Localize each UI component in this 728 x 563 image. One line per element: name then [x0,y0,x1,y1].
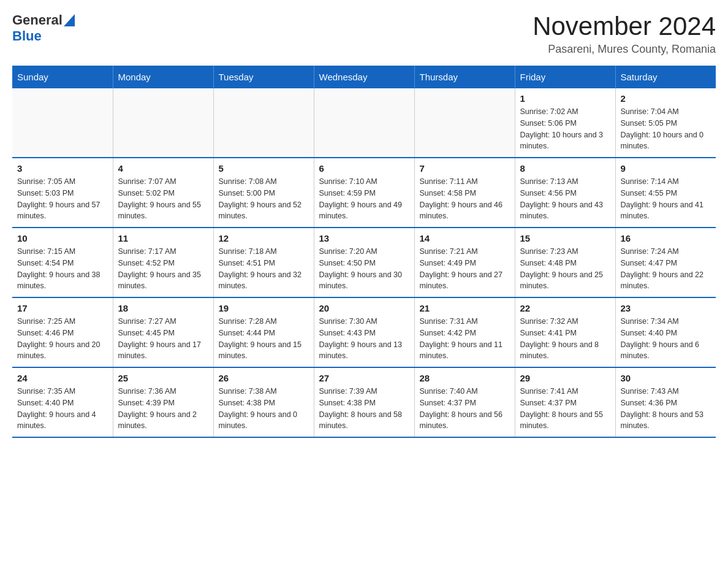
day-info: Sunrise: 7:32 AMSunset: 4:41 PMDaylight:… [520,316,610,362]
day-number: 28 [420,373,510,383]
calendar-cell: 17Sunrise: 7:25 AMSunset: 4:46 PMDayligh… [12,297,113,367]
day-info: Sunrise: 7:07 AMSunset: 5:02 PMDaylight:… [118,176,208,222]
title-block: November 2024 Pasareni, Mures County, Ro… [533,12,716,56]
day-info: Sunrise: 7:05 AMSunset: 5:03 PMDaylight:… [17,176,108,222]
calendar-cell: 10Sunrise: 7:15 AMSunset: 4:54 PMDayligh… [12,228,113,297]
day-info: Sunrise: 7:31 AMSunset: 4:42 PMDaylight:… [420,316,510,362]
day-info: Sunrise: 7:17 AMSunset: 4:52 PMDaylight:… [118,246,208,292]
header-row: SundayMondayTuesdayWednesdayThursdayFrid… [12,66,716,88]
day-number: 18 [118,303,208,313]
calendar-cell: 4Sunrise: 7:07 AMSunset: 5:02 PMDaylight… [113,158,213,228]
calendar-cell: 8Sunrise: 7:13 AMSunset: 4:56 PMDaylight… [515,158,615,228]
calendar-cell: 14Sunrise: 7:21 AMSunset: 4:49 PMDayligh… [414,228,515,297]
day-info: Sunrise: 7:38 AMSunset: 4:38 PMDaylight:… [219,386,309,432]
calendar-cell: 12Sunrise: 7:18 AMSunset: 4:51 PMDayligh… [213,228,314,297]
day-number: 1 [520,93,610,104]
logo-triangle-icon [64,14,75,26]
day-number: 29 [520,373,610,383]
day-number: 8 [520,163,610,174]
calendar-cell: 15Sunrise: 7:23 AMSunset: 4:48 PMDayligh… [515,228,615,297]
week-row-1: 1Sunrise: 7:02 AMSunset: 5:06 PMDaylight… [12,88,716,158]
calendar-cell: 25Sunrise: 7:36 AMSunset: 4:39 PMDayligh… [113,367,213,437]
day-number: 23 [621,303,711,313]
day-number: 4 [118,163,208,174]
day-info: Sunrise: 7:18 AMSunset: 4:51 PMDaylight:… [219,246,309,292]
day-number: 7 [420,163,510,174]
day-number: 3 [17,163,108,174]
day-number: 19 [219,303,309,313]
week-row-2: 3Sunrise: 7:05 AMSunset: 5:03 PMDaylight… [12,158,716,228]
header-saturday: Saturday [615,66,716,88]
day-number: 9 [621,163,711,174]
page-header: General Blue November 2024 Pasareni, Mur… [12,12,716,56]
header-monday: Monday [113,66,213,88]
day-number: 24 [17,373,108,383]
day-number: 21 [420,303,510,313]
day-number: 26 [219,373,309,383]
day-number: 30 [621,373,711,383]
calendar-cell: 28Sunrise: 7:40 AMSunset: 4:37 PMDayligh… [414,367,515,437]
day-number: 11 [118,233,208,243]
day-info: Sunrise: 7:25 AMSunset: 4:46 PMDaylight:… [17,316,108,362]
calendar-cell [213,88,314,158]
logo: General Blue [12,12,75,44]
day-info: Sunrise: 7:24 AMSunset: 4:47 PMDaylight:… [621,246,711,292]
calendar-cell [113,88,213,158]
calendar-cell [414,88,515,158]
day-info: Sunrise: 7:10 AMSunset: 4:59 PMDaylight:… [319,176,409,222]
calendar-cell: 30Sunrise: 7:43 AMSunset: 4:36 PMDayligh… [615,367,716,437]
calendar-cell: 3Sunrise: 7:05 AMSunset: 5:03 PMDaylight… [12,158,113,228]
calendar-cell: 13Sunrise: 7:20 AMSunset: 4:50 PMDayligh… [314,228,414,297]
day-number: 25 [118,373,208,383]
calendar-cell: 22Sunrise: 7:32 AMSunset: 4:41 PMDayligh… [515,297,615,367]
day-info: Sunrise: 7:43 AMSunset: 4:36 PMDaylight:… [621,386,711,432]
day-info: Sunrise: 7:13 AMSunset: 4:56 PMDaylight:… [520,176,610,222]
day-info: Sunrise: 7:02 AMSunset: 5:06 PMDaylight:… [520,106,610,152]
day-info: Sunrise: 7:04 AMSunset: 5:05 PMDaylight:… [621,106,711,152]
day-info: Sunrise: 7:11 AMSunset: 4:58 PMDaylight:… [420,176,510,222]
calendar-cell: 27Sunrise: 7:39 AMSunset: 4:38 PMDayligh… [314,367,414,437]
day-number: 22 [520,303,610,313]
header-tuesday: Tuesday [213,66,314,88]
svg-marker-0 [64,14,75,26]
day-number: 27 [319,373,409,383]
calendar-cell: 7Sunrise: 7:11 AMSunset: 4:58 PMDaylight… [414,158,515,228]
calendar-header: SundayMondayTuesdayWednesdayThursdayFrid… [12,66,716,88]
calendar-cell: 19Sunrise: 7:28 AMSunset: 4:44 PMDayligh… [213,297,314,367]
day-info: Sunrise: 7:34 AMSunset: 4:40 PMDaylight:… [621,316,711,362]
logo-general: General [12,12,63,28]
calendar-cell: 6Sunrise: 7:10 AMSunset: 4:59 PMDaylight… [314,158,414,228]
day-info: Sunrise: 7:27 AMSunset: 4:45 PMDaylight:… [118,316,208,362]
week-row-3: 10Sunrise: 7:15 AMSunset: 4:54 PMDayligh… [12,228,716,297]
calendar-cell: 1Sunrise: 7:02 AMSunset: 5:06 PMDaylight… [515,88,615,158]
day-number: 20 [319,303,409,313]
day-info: Sunrise: 7:40 AMSunset: 4:37 PMDaylight:… [420,386,510,432]
day-number: 2 [621,93,711,104]
day-number: 13 [319,233,409,243]
week-row-5: 24Sunrise: 7:35 AMSunset: 4:40 PMDayligh… [12,367,716,437]
day-number: 6 [319,163,409,174]
calendar-table: SundayMondayTuesdayWednesdayThursdayFrid… [12,66,716,438]
day-info: Sunrise: 7:36 AMSunset: 4:39 PMDaylight:… [118,386,208,432]
location-subtitle: Pasareni, Mures County, Romania [533,43,716,56]
calendar-cell: 11Sunrise: 7:17 AMSunset: 4:52 PMDayligh… [113,228,213,297]
day-info: Sunrise: 7:28 AMSunset: 4:44 PMDaylight:… [219,316,309,362]
day-info: Sunrise: 7:14 AMSunset: 4:55 PMDaylight:… [621,176,711,222]
calendar-cell: 26Sunrise: 7:38 AMSunset: 4:38 PMDayligh… [213,367,314,437]
calendar-cell: 21Sunrise: 7:31 AMSunset: 4:42 PMDayligh… [414,297,515,367]
calendar-cell [12,88,113,158]
calendar-cell: 9Sunrise: 7:14 AMSunset: 4:55 PMDaylight… [615,158,716,228]
calendar-cell: 20Sunrise: 7:30 AMSunset: 4:43 PMDayligh… [314,297,414,367]
day-info: Sunrise: 7:20 AMSunset: 4:50 PMDaylight:… [319,246,409,292]
calendar-cell: 5Sunrise: 7:08 AMSunset: 5:00 PMDaylight… [213,158,314,228]
calendar-cell: 2Sunrise: 7:04 AMSunset: 5:05 PMDaylight… [615,88,716,158]
day-number: 10 [17,233,108,243]
header-wednesday: Wednesday [314,66,414,88]
day-number: 15 [520,233,610,243]
calendar-cell: 23Sunrise: 7:34 AMSunset: 4:40 PMDayligh… [615,297,716,367]
day-info: Sunrise: 7:15 AMSunset: 4:54 PMDaylight:… [17,246,108,292]
week-row-4: 17Sunrise: 7:25 AMSunset: 4:46 PMDayligh… [12,297,716,367]
day-number: 12 [219,233,309,243]
logo-blue: Blue [12,28,42,44]
day-info: Sunrise: 7:21 AMSunset: 4:49 PMDaylight:… [420,246,510,292]
